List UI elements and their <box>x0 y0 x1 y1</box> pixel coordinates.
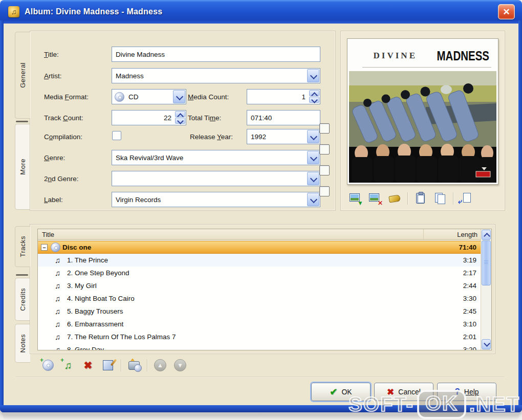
track-row[interactable]: ♫6. Embarrassment 3:10 <box>38 318 481 330</box>
track-row[interactable]: ♫5. Baggy Trousers 2:45 <box>38 305 481 318</box>
paste-image-button[interactable] <box>414 192 427 205</box>
rip-cd-button[interactable] <box>127 358 141 372</box>
column-header-title[interactable]: Title <box>38 229 423 240</box>
move-down-button[interactable]: ▼ <box>173 358 187 372</box>
watermark: SOFT-OK.NET <box>349 390 520 419</box>
vertical-scrollbar[interactable] <box>481 229 491 350</box>
column-header-length[interactable]: Length <box>423 229 481 240</box>
add-image-button[interactable]: ▼ <box>349 192 362 205</box>
title-bar[interactable]: ♫ Album: Divine Madness - Madness ✕ <box>0 0 522 24</box>
artist-combobox[interactable]: Madness <box>112 68 320 83</box>
tab-notes[interactable]: Notes <box>15 324 30 363</box>
chevron-down-icon[interactable] <box>173 90 185 103</box>
tab-credits[interactable]: Credits <box>15 278 30 321</box>
spin-down-icon[interactable] <box>309 97 319 103</box>
music-note-icon: ♫ <box>64 360 72 371</box>
chevron-down-icon[interactable] <box>307 130 319 143</box>
check-icon: ✔ <box>330 386 337 397</box>
chevron-down-icon[interactable] <box>307 151 319 164</box>
add-icon: + <box>60 357 64 363</box>
add-track-button[interactable]: ♫ + <box>61 358 75 372</box>
close-button[interactable]: ✕ <box>498 4 515 19</box>
label-label: Label: <box>44 196 63 204</box>
album-cover-image[interactable]: DIVINE MADNESS <box>347 38 498 185</box>
release-year-label: Release Year: <box>190 133 233 141</box>
edit-icon <box>103 360 113 370</box>
music-note-icon: ♫ <box>55 320 64 328</box>
close-icon: ✕ <box>503 7 510 17</box>
chevron-down-icon[interactable] <box>307 172 319 185</box>
second-genre-combobox[interactable] <box>112 171 320 186</box>
chevron-down-icon[interactable] <box>307 69 319 82</box>
track-row[interactable]: ♫8. Grey Day 3:20 <box>38 343 481 350</box>
move-up-button[interactable]: ▲ <box>153 358 167 372</box>
music-note-icon: ♫ <box>55 256 64 264</box>
track-list-body: − Disc one 71:40 ♫1. The Prince 3:19 ♫2.… <box>38 241 481 350</box>
label-option-checkbox[interactable] <box>319 186 330 196</box>
track-row[interactable]: ♫2. One Step Beyond 2:17 <box>38 267 481 279</box>
load-image-file-button[interactable]: ⤶ <box>460 192 473 205</box>
track-row[interactable]: ♫7. The Return Of The Los Palmas 7 2:01 <box>38 330 481 343</box>
release-year-combobox[interactable]: 1992 <box>247 129 320 144</box>
tab-more[interactable]: More <box>15 124 30 210</box>
music-note-icon: ♫ <box>55 269 64 277</box>
media-count-label: Media Count: <box>188 93 229 101</box>
media-count-spinner[interactable]: 1 <box>247 89 320 104</box>
track-row[interactable]: ♫1. The Prince 3:19 <box>38 254 481 267</box>
genre-combobox[interactable]: Ska Revival/3rd Wave <box>112 150 320 165</box>
track-row[interactable]: ♫4. Night Boat To Cairo 3:30 <box>38 292 481 305</box>
album-edit-dialog: ♫ Album: Divine Madness - Madness ✕ Gene… <box>0 0 522 412</box>
media-format-combobox[interactable]: CD <box>112 89 186 104</box>
gold-tag-icon <box>388 195 401 203</box>
scroll-down-icon[interactable] <box>482 339 491 349</box>
track-count-label: Track Count: <box>44 114 83 122</box>
genre-option-checkbox[interactable] <box>319 144 330 154</box>
window-title: Album: Divine Madness - Madness <box>25 7 162 16</box>
track-list[interactable]: Title Length − Disc one 71:40 ♫1. The Pr… <box>37 229 492 350</box>
scroll-up-icon[interactable] <box>482 230 491 240</box>
remove-image-button[interactable]: ✕ <box>368 192 382 205</box>
cover-toolbar: ▼ ✕ ⤶ <box>349 191 473 206</box>
track-count-spinner[interactable]: 22 <box>112 110 186 125</box>
total-time-input[interactable] <box>247 110 320 125</box>
window-border-right <box>518 20 522 412</box>
release-year-option-checkbox[interactable] <box>319 123 330 134</box>
paste-icon <box>416 193 425 204</box>
cd-device-icon <box>128 361 140 370</box>
title-label: Title: <box>44 51 59 58</box>
footer-divider <box>16 377 504 378</box>
track-row[interactable]: ♫3. My Girl 2:44 <box>38 279 481 292</box>
delete-track-button[interactable]: ✖ <box>81 358 95 372</box>
arrow-up-icon: ▲ <box>154 359 166 371</box>
collapse-icon[interactable]: − <box>41 244 48 251</box>
label-combobox[interactable]: Virgin Records <box>112 192 320 207</box>
music-note-icon: ♫ <box>55 333 64 341</box>
delete-icon: ✖ <box>84 359 93 371</box>
cover-title-band: DIVINE MADNESS <box>349 40 496 71</box>
track-list-header[interactable]: Title Length <box>38 229 481 240</box>
app-icon: ♫ <box>8 6 19 17</box>
tab-tracks[interactable]: Tracks <box>15 226 30 267</box>
disc-title: Disc one <box>62 244 91 251</box>
add-icon: + <box>40 357 44 363</box>
edit-track-button[interactable] <box>101 358 115 372</box>
disc-row[interactable]: − Disc one 71:40 <box>38 241 481 254</box>
music-note-icon: ♫ <box>55 281 64 290</box>
find-cover-button[interactable] <box>388 192 401 205</box>
spin-down-icon[interactable] <box>175 118 185 124</box>
total-time-label: Total Time: <box>188 114 221 122</box>
copy-image-button[interactable] <box>433 192 447 205</box>
title-input[interactable] <box>112 47 320 62</box>
scrollbar-thumb[interactable] <box>482 240 491 285</box>
second-genre-option-checkbox[interactable] <box>319 165 330 175</box>
cover-title-madness: MADNESS <box>437 49 489 63</box>
spin-up-icon[interactable] <box>309 90 319 96</box>
compilation-checkbox[interactable] <box>112 131 121 140</box>
disc-length: 71:40 <box>426 244 481 251</box>
media-format-label: Media Format: <box>44 93 89 101</box>
tab-general[interactable]: General <box>15 32 30 119</box>
add-disc-button[interactable]: + <box>41 358 55 372</box>
spin-up-icon[interactable] <box>175 111 185 117</box>
toolbar-separator <box>453 192 453 205</box>
chevron-down-icon[interactable] <box>307 193 319 206</box>
